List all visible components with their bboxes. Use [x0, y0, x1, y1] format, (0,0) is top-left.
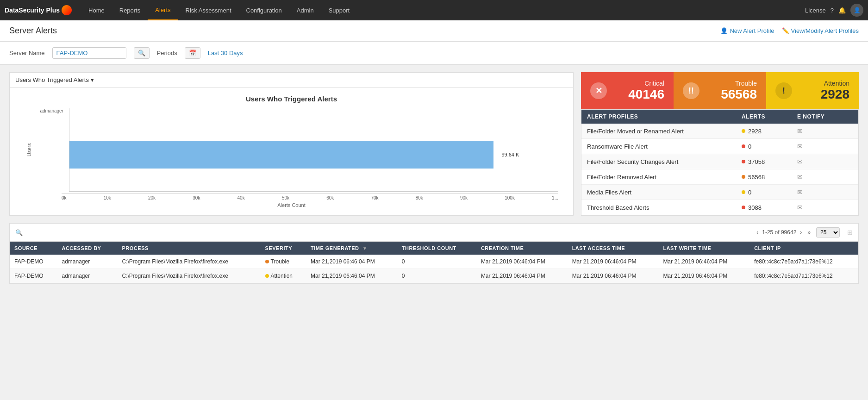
bar-chart: Users admanager 99.64 K: [17, 108, 566, 208]
cell-last-write-time: Mar 21,2019 06:46:04 PM: [658, 269, 749, 283]
trouble-icon: !!: [683, 82, 699, 99]
severity-cards: ✕ Critical 40146 !! Trouble 56568: [581, 72, 859, 109]
table-row: FAP-DEMO admanager C:\Program Files\Mozi…: [10, 255, 858, 269]
email-icon[interactable]: ✉: [797, 127, 853, 135]
chart-header: Users Who Triggered Alerts ▾: [10, 73, 573, 88]
help-icon[interactable]: ?: [831, 7, 834, 14]
nav-alerts[interactable]: Alerts: [148, 0, 178, 20]
per-page-select[interactable]: 25 50 100: [816, 227, 840, 238]
filter-bar: Server Name 🔍 Periods 📅 Last 30 Days: [0, 42, 868, 65]
attention-card[interactable]: ! Attention 2928: [766, 72, 859, 109]
alert-count: 56568: [742, 174, 797, 181]
nav-items: Home Reports Alerts Risk Assessment Conf…: [81, 0, 805, 20]
cell-time-generated: Mar 21,2019 06:46:04 PM: [306, 269, 397, 283]
page-header: Server Alerts 👤 New Alert Profile ✏️ Vie…: [0, 20, 868, 42]
prev-page-button[interactable]: ‹: [755, 228, 760, 237]
stats-panel: ✕ Critical 40146 !! Trouble 56568: [581, 72, 859, 216]
view-modify-link[interactable]: ✏️ View/Modify Alert Profiles: [782, 27, 859, 34]
col-client-ip: CLIENT IP: [749, 242, 858, 255]
nav-home[interactable]: Home: [81, 0, 112, 20]
dot-orange: [742, 175, 745, 179]
bar-admanager: 99.64 K: [69, 141, 493, 169]
alert-row: Ransomware File Alert 0 ✉: [581, 139, 858, 154]
col-severity: SEVERITY: [261, 242, 306, 255]
main-content: Users Who Triggered Alerts ▾ Users Who T…: [0, 65, 868, 291]
nav-admin[interactable]: Admin: [289, 0, 321, 20]
critical-icon: ✕: [590, 82, 607, 99]
pagination: ‹ 1-25 of 99642 › »: [755, 228, 812, 237]
new-alert-profile-link[interactable]: 👤 New Alert Profile: [720, 27, 774, 34]
cell-severity: Trouble: [261, 255, 306, 269]
alert-row: File/Folder Removed Alert 56568 ✉: [581, 169, 858, 185]
cell-threshold-count: 0: [397, 255, 476, 269]
y-axis-label: Users: [25, 108, 34, 192]
cell-last-access-time: Mar 21,2019 06:46:04 PM: [568, 255, 659, 269]
nav-risk-assessment[interactable]: Risk Assessment: [178, 0, 239, 20]
period-icon-button[interactable]: 📅: [185, 47, 200, 59]
last-page-button[interactable]: »: [806, 228, 812, 237]
next-page-button[interactable]: ›: [798, 228, 804, 237]
columns-config-icon[interactable]: ⊞: [847, 229, 853, 236]
alert-row: Media Files Alert 0 ✉: [581, 185, 858, 200]
y-axis-ticks: admanager: [37, 108, 65, 192]
alert-count: 0: [742, 189, 797, 196]
app-logo[interactable]: DataSecurity Plus: [5, 5, 72, 15]
logo-circle: [62, 5, 72, 15]
trouble-card[interactable]: !! Trouble 56568: [674, 72, 766, 109]
chart-dropdown[interactable]: Users Who Triggered Alerts ▾: [15, 76, 94, 83]
chart-body: Users Who Triggered Alerts Users admanag…: [10, 88, 573, 215]
alert-count: 37058: [742, 158, 797, 165]
col-time-generated[interactable]: TIME GENERATED ▼: [306, 242, 397, 255]
data-section: 🔍 ‹ 1-25 of 99642 › » 25 50 100 ⊞: [9, 223, 859, 284]
alert-row: Threshold Based Alerts 3088 ✉: [581, 200, 858, 215]
trouble-label: Trouble: [705, 80, 757, 87]
bars-area: 99.64 K: [69, 108, 558, 192]
alert-count: 3088: [742, 204, 797, 211]
alert-profiles-table: ALERT PROFILES ALERTS E NOTIFY File/Fold…: [581, 109, 859, 216]
header-actions: 👤 New Alert Profile ✏️ View/Modify Alert…: [720, 27, 859, 34]
user-avatar[interactable]: 👤: [850, 4, 863, 17]
nav-support[interactable]: Support: [321, 0, 357, 20]
email-icon[interactable]: ✉: [797, 188, 853, 196]
bar-value: 99.64 K: [501, 152, 519, 157]
cell-time-generated: Mar 21,2019 06:46:04 PM: [306, 255, 397, 269]
attention-count: 2928: [798, 87, 849, 102]
toolbar-right: ‹ 1-25 of 99642 › » 25 50 100 ⊞: [755, 227, 853, 238]
alert-row: File/Folder Security Changes Alert 37058…: [581, 154, 858, 169]
chart-panel: Users Who Triggered Alerts ▾ Users Who T…: [9, 72, 574, 216]
email-icon[interactable]: ✉: [797, 204, 853, 211]
alert-table-header: ALERT PROFILES ALERTS E NOTIFY: [581, 110, 858, 124]
dot-red: [742, 160, 745, 163]
cell-creation-time: Mar 21,2019 06:46:04 PM: [476, 269, 568, 283]
nav-configuration[interactable]: Configuration: [239, 0, 289, 20]
data-table: SOURCE ACCESSED BY PROCESS SEVERITY TIME…: [10, 242, 858, 283]
col-creation-time: CREATION TIME: [476, 242, 568, 255]
cell-last-access-time: Mar 21,2019 06:46:04 PM: [568, 269, 659, 283]
col-threshold-count: THRESHOLD COUNT: [397, 242, 476, 255]
critical-card[interactable]: ✕ Critical 40146: [581, 72, 674, 109]
attention-label: Attention: [798, 80, 849, 87]
dot-red: [742, 144, 745, 148]
server-name-input[interactable]: [52, 47, 126, 59]
data-toolbar: 🔍 ‹ 1-25 of 99642 › » 25 50 100 ⊞: [10, 224, 858, 242]
license-link[interactable]: License: [805, 7, 826, 14]
email-icon[interactable]: ✉: [797, 143, 853, 150]
nav-right: License ? 🔔 👤: [805, 4, 863, 17]
notification-icon[interactable]: 🔔: [838, 7, 846, 14]
critical-count: 40146: [612, 87, 664, 102]
severity-badge-attention: Attention: [265, 273, 293, 279]
trouble-count: 56568: [705, 87, 757, 102]
alert-count: 0: [742, 143, 797, 150]
chevron-down-icon: ▾: [91, 76, 94, 83]
email-icon[interactable]: ✉: [797, 158, 853, 165]
dot-red: [742, 206, 745, 209]
alert-row: File/Folder Moved or Renamed Alert 2928 …: [581, 124, 858, 139]
nav-reports[interactable]: Reports: [112, 0, 148, 20]
cell-process: C:\Program Files\Mozilla Firefox\firefox…: [118, 255, 261, 269]
col-accessed-by: ACCESSED BY: [57, 242, 117, 255]
search-icon[interactable]: 🔍: [15, 229, 23, 236]
email-icon[interactable]: ✉: [797, 173, 853, 181]
critical-info: Critical 40146: [612, 80, 664, 102]
x-axis-label: Alerts Count: [25, 202, 558, 208]
server-search-button[interactable]: 🔍: [134, 47, 150, 59]
